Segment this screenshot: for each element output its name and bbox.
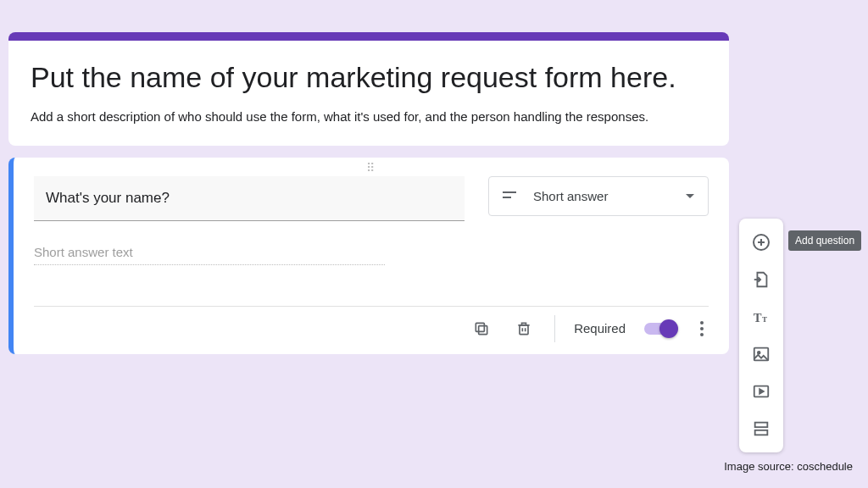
- tooltip: Add question: [788, 230, 861, 251]
- required-label: Required: [574, 321, 626, 336]
- chevron-down-icon: [686, 194, 694, 198]
- svg-rect-1: [503, 197, 511, 198]
- question-type-label: Short answer: [533, 189, 672, 203]
- delete-button[interactable]: [512, 317, 536, 341]
- svg-point-9: [758, 352, 760, 354]
- floating-toolbar: TT: [739, 219, 783, 452]
- svg-rect-3: [476, 323, 484, 331]
- form-header-card: Put the name of your marketing request f…: [8, 32, 729, 146]
- add-section-button[interactable]: [744, 412, 778, 446]
- svg-text:T: T: [762, 315, 767, 324]
- question-title-input[interactable]: [34, 176, 465, 221]
- svg-rect-0: [503, 191, 516, 193]
- add-title-button[interactable]: TT: [744, 300, 778, 334]
- svg-rect-12: [755, 430, 768, 435]
- question-type-select[interactable]: Short answer: [488, 176, 709, 216]
- question-footer: Required: [34, 306, 709, 354]
- svg-rect-2: [479, 325, 487, 334]
- form-title[interactable]: Put the name of your marketing request f…: [31, 59, 707, 96]
- svg-text:T: T: [754, 311, 762, 324]
- image-credit: Image source: coschedule: [724, 460, 853, 473]
- svg-rect-4: [520, 324, 528, 334]
- duplicate-button[interactable]: [470, 317, 493, 341]
- divider: [554, 315, 555, 342]
- answer-placeholder: Short answer text: [34, 245, 385, 265]
- svg-rect-11: [755, 423, 768, 428]
- more-options-button[interactable]: [695, 318, 709, 340]
- drag-handle-icon[interactable]: ⠿: [34, 163, 709, 176]
- add-image-button[interactable]: [744, 337, 778, 371]
- add-question-button[interactable]: [744, 225, 778, 259]
- form-description[interactable]: Add a short description of who should us…: [31, 108, 707, 125]
- question-card: ⠿ Short answer Short answer text: [8, 158, 729, 354]
- short-answer-icon: [503, 191, 520, 201]
- add-video-button[interactable]: [744, 374, 778, 408]
- import-questions-button[interactable]: [744, 263, 778, 297]
- required-toggle[interactable]: [644, 323, 676, 335]
